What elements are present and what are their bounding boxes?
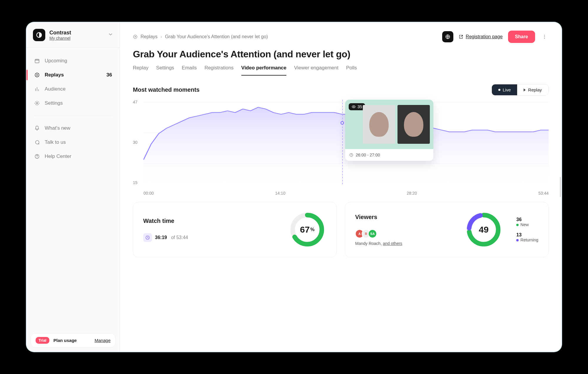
sidebar-item-label: Help Center [45,153,71,159]
card-title: Watch time [143,218,280,224]
toggle-live[interactable]: Live [492,84,517,95]
sidebar-item-talk-to-us[interactable]: Talk to us [26,135,120,149]
brand-title: Contrast [49,30,104,36]
chart-tooltip: 35 26:00 - 27:00 [345,100,433,161]
dot-icon [516,224,519,226]
primary-nav: Upcoming Replays 36 Audience Settings [26,48,120,166]
manage-link[interactable]: Manage [95,338,111,343]
clock-icon [143,233,152,242]
topbar: Replays › Grab Your Audience's Attention… [120,22,562,49]
chat-icon [34,139,40,145]
brand-logo [33,29,45,41]
clock-icon [349,153,353,157]
external-link-icon [459,34,463,39]
svg-point-10 [353,106,354,107]
more-menu-button[interactable] [540,34,549,39]
app-window: Contrast My channel Upcoming Replays 36 [26,22,562,352]
chevron-down-icon [108,32,113,38]
tab-video-performance[interactable]: Video performance [241,65,287,76]
viewer-name: Mandy Roach, [355,241,383,246]
tabs: Replay Settings Emails Registrations Vid… [120,60,562,76]
legend-returning: 13 Returning [516,232,538,242]
share-button[interactable]: Share [508,31,535,43]
plan-usage-card[interactable]: Trial Plan usage Manage [31,333,116,348]
public-toggle-button[interactable] [442,31,453,42]
svg-point-7 [544,35,545,36]
brand-subtitle[interactable]: My channel [49,36,104,41]
dot-icon [498,89,500,91]
sidebar-item-settings[interactable]: Settings [26,96,120,110]
watch-time-card: Watch time 36:19 of 53:44 67% [133,202,337,257]
sidebar-item-count: 36 [106,72,112,78]
help-icon [34,153,40,159]
sidebar: Contrast My channel Upcoming Replays 36 [26,22,120,352]
and-others-link[interactable]: and others [383,241,402,246]
section-title: Most watched moments [133,86,200,93]
tab-settings[interactable]: Settings [156,65,174,76]
svg-point-3 [36,103,38,104]
viewers-card: Viewers A R SA Mandy Roach, and others [345,202,549,257]
sidebar-item-label: What's new [45,125,70,131]
dots-vertical-icon [542,34,547,39]
bell-icon [34,125,40,131]
watch-time-value: 36:19 [155,235,167,240]
tab-replay[interactable]: Replay [133,65,148,76]
breadcrumb: Replays › Grab Your Audience's Attention… [133,34,268,39]
breadcrumb-root[interactable]: Replays [141,34,158,39]
tab-registrations[interactable]: Registrations [204,65,233,76]
sidebar-item-label: Upcoming [45,58,67,64]
viewers-legend: 36 New 13 Returning [516,217,538,242]
eye-icon [352,105,356,109]
y-axis-labels: 47 30 15 [133,100,138,185]
sidebar-item-label: Replays [45,72,64,78]
sidebar-item-label: Settings [45,100,63,106]
dot-icon [516,239,519,241]
sidebar-item-label: Audience [45,86,66,92]
watch-time-total: of 53:44 [171,235,188,240]
divider [34,116,112,116]
page-title: Grab Your Audience's Attention (and neve… [120,49,562,60]
registration-page-link[interactable]: Registration page [459,34,502,39]
globe-icon [445,34,450,39]
sidebar-item-label: Talk to us [45,139,66,145]
sidebar-item-replays[interactable]: Replays 36 [26,68,120,82]
contrast-icon [36,32,42,38]
chart-bar-icon [34,86,40,92]
play-circle-icon [34,72,40,78]
legend-new: 36 New [516,217,538,227]
moments-chart[interactable]: 47 30 15 35 [120,100,562,188]
card-title: Viewers [355,214,457,221]
viewer-avatars: A R SA [355,229,457,238]
svg-point-8 [544,36,545,37]
play-circle-icon [133,34,138,39]
toggle-replay[interactable]: Replay [517,84,548,95]
tab-polls[interactable]: Polls [346,65,357,76]
breadcrumb-current: Grab Your Audience's Attention (and neve… [165,34,268,39]
sidebar-item-whats-new[interactable]: What's new [26,121,120,135]
svg-rect-1 [35,59,39,63]
watch-time-donut: 67% [288,211,326,249]
workspace-switcher[interactable]: Contrast My channel [26,22,120,48]
avatar: SA [368,229,377,238]
main-content: Replays › Grab Your Audience's Attention… [120,22,562,352]
x-axis-labels: 00:00 14:10 28:20 53:44 [120,188,562,196]
plan-usage-label: Plan usage [54,338,77,343]
svg-point-9 [544,38,545,39]
chevron-right-icon: › [161,34,162,39]
sidebar-footer: Trial Plan usage Manage [26,329,120,352]
sidebar-item-audience[interactable]: Audience [26,82,120,96]
tab-emails[interactable]: Emails [182,65,197,76]
gear-icon [34,100,40,106]
tab-viewer-engagement[interactable]: Viewer engagement [294,65,338,76]
trial-badge: Trial [36,337,49,344]
scrollbar[interactable] [559,22,562,352]
sidebar-item-help-center[interactable]: Help Center [26,149,120,163]
sidebar-item-upcoming[interactable]: Upcoming [26,54,120,68]
viewers-donut: 49 [465,211,503,249]
tooltip-thumbnail: 35 [345,100,433,149]
live-replay-toggle: Live Replay [492,84,549,96]
play-icon [524,89,526,91]
calendar-icon [34,58,40,64]
